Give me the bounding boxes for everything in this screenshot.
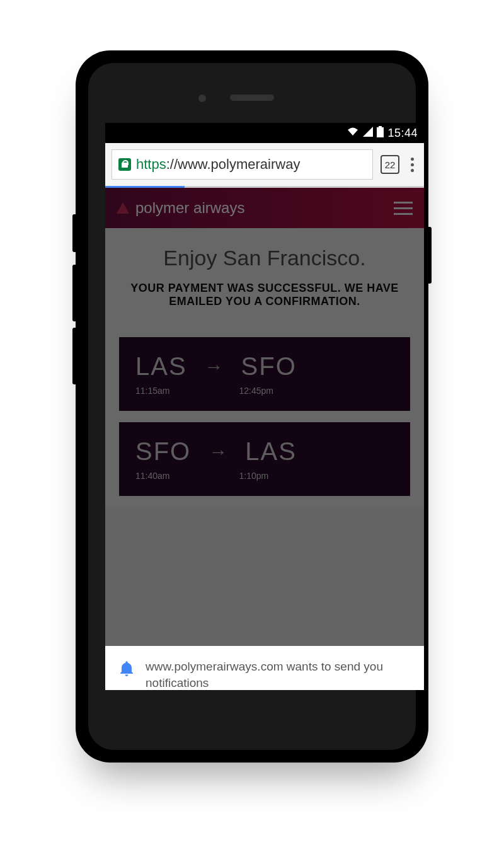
phone-side-button — [427, 227, 432, 284]
phone-side-button — [72, 265, 77, 321]
address-bar[interactable]: https://www.polymerairway — [112, 149, 373, 180]
bell-icon — [119, 660, 134, 681]
modal-overlay[interactable] — [105, 188, 424, 646]
phone-frame: 15:44 https://www.polymerairway 22 — [76, 50, 428, 763]
prompt-message: www.polymerairways.com wants to send you… — [146, 659, 410, 690]
wifi-icon — [346, 127, 359, 140]
browser-toolbar: https://www.polymerairway 22 — [105, 143, 424, 186]
phone-bezel: 15:44 https://www.polymerairway 22 — [88, 63, 416, 750]
screen: 15:44 https://www.polymerairway 22 — [105, 123, 424, 690]
lock-icon — [118, 158, 131, 171]
url-protocol: https — [136, 156, 166, 173]
tabs-button[interactable]: 22 — [381, 155, 399, 174]
tab-count: 22 — [385, 159, 396, 170]
battery-icon — [377, 126, 384, 141]
page-viewport: polymer airways Enjoy San Francisco. YOU… — [105, 188, 424, 646]
svg-rect-1 — [379, 126, 382, 127]
notification-permission-prompt: www.polymerairways.com wants to send you… — [105, 646, 424, 690]
status-time: 15:44 — [387, 127, 418, 140]
phone-side-button — [72, 214, 77, 252]
phone-earpiece — [230, 95, 274, 101]
phone-side-button — [72, 328, 77, 384]
url-text: ://www.polymerairway — [166, 156, 301, 173]
android-status-bar: 15:44 — [105, 123, 424, 143]
overflow-menu-button[interactable] — [407, 158, 418, 172]
svg-rect-0 — [377, 127, 384, 137]
cell-signal-icon — [363, 127, 373, 140]
phone-camera — [198, 95, 206, 102]
